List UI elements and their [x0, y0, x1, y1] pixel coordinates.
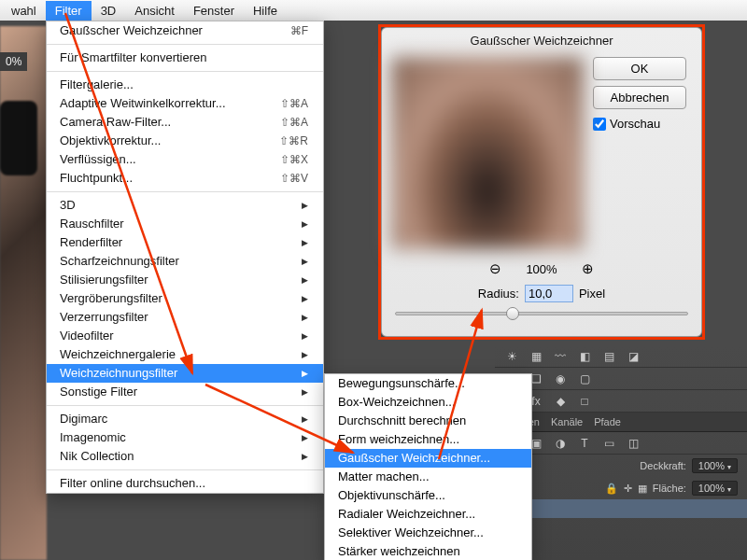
menu-item-noise[interactable]: Rauschfilter: [47, 215, 323, 233]
panel-tabs: Ebenen Kanäle Pfade: [495, 413, 747, 432]
fill-icon[interactable]: ▢: [577, 371, 592, 386]
menu-help[interactable]: Hilfe: [244, 1, 287, 21]
menu-item-distort[interactable]: Verzerrungsfilter: [47, 308, 323, 327]
preview-checkbox-label: Vorschau: [610, 117, 660, 131]
lock-icon[interactable]: 🔒: [605, 483, 618, 495]
cancel-button[interactable]: Abbrechen: [593, 86, 686, 109]
menu-item-cameraraw[interactable]: Camera Raw-Filter...⇧⌘A: [47, 113, 323, 132]
radius-slider[interactable]: [395, 312, 688, 321]
mask-icon[interactable]: ◉: [553, 371, 568, 386]
submenu-lens[interactable]: Objektivunschärfe...: [325, 486, 531, 505]
menu-item-smart[interactable]: Für Smartfilter konvertieren: [47, 49, 323, 67]
zoom-out-icon[interactable]: ⊖: [489, 260, 501, 277]
side-panels: ☀ ▦ 〰 ◧ ▤ ◪ ▣ ❏ ◉ ▢ ⟳ fx ◆ □ Ebenen Kanä…: [495, 345, 747, 560]
opacity-value[interactable]: 100%: [692, 458, 738, 473]
adjust2-icon[interactable]: ◑: [553, 436, 568, 451]
menu-item-liquify[interactable]: Verflüssigen...⇧⌘X: [47, 150, 323, 169]
menu-item-render[interactable]: Renderfilter: [47, 233, 323, 252]
opacity-label: Deckkraft:: [640, 460, 686, 471]
menubar: wahl Filter 3D Ansicht Fenster Hilfe: [0, 0, 747, 21]
menu-window[interactable]: Fenster: [184, 1, 244, 21]
submenu-box[interactable]: Box-Weichzeichnen...: [325, 393, 531, 412]
lockpx-icon[interactable]: ▦: [638, 483, 647, 495]
shape-icon[interactable]: ▭: [601, 436, 616, 451]
menu-item-video[interactable]: Videofilter: [47, 327, 323, 345]
ok-button[interactable]: OK: [593, 57, 686, 80]
submenu-average[interactable]: Durchschnitt berechnen: [325, 412, 531, 430]
menu-item-stylize[interactable]: Stilisierungsfilter: [47, 271, 323, 289]
levels-icon[interactable]: ◪: [626, 349, 641, 364]
fill-label: Fläche:: [653, 483, 686, 494]
diamond-icon[interactable]: ◆: [553, 394, 568, 409]
filter-menu: Gaußscher Weichzeichner⌘F Für Smartfilte…: [46, 21, 324, 494]
menu-item-last-filter[interactable]: Gaußscher Weichzeichner⌘F: [47, 21, 323, 40]
tab-paths[interactable]: Pfade: [594, 416, 621, 427]
map-icon[interactable]: ▤: [601, 349, 616, 364]
menu-item-3d[interactable]: 3D: [47, 196, 323, 215]
submenu-motion[interactable]: Bewegungsunschärfe...: [325, 374, 531, 393]
menu-item-pixelate[interactable]: Vergröberungsfilter: [47, 289, 323, 308]
layer-row[interactable]: ne 1: [495, 499, 747, 518]
submenu-shape[interactable]: Form weichzeichnen...: [325, 430, 531, 449]
menu-item-vanish[interactable]: Fluchtpunkt...⇧⌘V: [47, 169, 323, 188]
menu-item-sharpen[interactable]: Scharfzeichnungsfilter: [47, 252, 323, 271]
radius-unit: Pixel: [579, 287, 605, 301]
blur-preview[interactable]: [391, 57, 584, 249]
preview-checkbox-input[interactable]: [593, 118, 606, 131]
menu-item-other[interactable]: Sonstige Filter: [47, 383, 323, 401]
preview-checkbox[interactable]: Vorschau: [593, 117, 686, 131]
zoom-level-badge: 0%: [0, 52, 27, 71]
blur-submenu: Bewegungsunschärfe... Box-Weichzeichnen.…: [324, 373, 532, 560]
box-icon[interactable]: □: [577, 394, 592, 409]
menu-item-nik[interactable]: Nik Collection: [47, 447, 323, 466]
gaussian-blur-dialog: Gaußscher Weichzeichner OK Abbrechen Vor…: [381, 27, 702, 337]
menu-3d[interactable]: 3D: [92, 1, 126, 21]
submenu-matte[interactable]: Matter machen...: [325, 468, 531, 486]
menu-item-blurgallery[interactable]: Weichzeichnergalerie: [47, 345, 323, 364]
menu-item-adaptive[interactable]: Adaptive Weitwinkelkorrektur...⇧⌘A: [47, 94, 323, 113]
tab-channels[interactable]: Kanäle: [551, 416, 583, 427]
adjust-icon[interactable]: ☀: [504, 349, 519, 364]
menu-item-blur[interactable]: Weichzeichnungsfilter: [47, 364, 323, 383]
menu-item-imagenomic[interactable]: Imagenomic: [47, 428, 323, 447]
text-icon[interactable]: T: [577, 436, 592, 451]
canvas-area: [0, 26, 47, 560]
submenu-more[interactable]: Stärker weichzeichnen: [325, 542, 531, 560]
menu-view[interactable]: Ansicht: [125, 1, 184, 21]
radius-input[interactable]: [525, 285, 573, 302]
menu-item-gallery[interactable]: Filtergalerie...: [47, 76, 323, 94]
lockpos-icon[interactable]: ✛: [624, 483, 632, 495]
grad-icon[interactable]: ◧: [577, 349, 592, 364]
submenu-selective[interactable]: Selektiver Weichzeichner...: [325, 524, 531, 542]
zoom-value: 100%: [526, 262, 557, 276]
curves-icon[interactable]: 〰: [553, 349, 568, 364]
dialog-highlight-box: Gaußscher Weichzeichner OK Abbrechen Vor…: [378, 24, 705, 340]
fill-value[interactable]: 100%: [692, 481, 738, 496]
submenu-radial[interactable]: Radialer Weichzeichner...: [325, 505, 531, 524]
menu-item-browse[interactable]: Filter online durchsuchen...: [47, 474, 323, 493]
slider-track: [395, 312, 688, 315]
histogram-icon[interactable]: ▦: [529, 349, 543, 364]
slider-thumb[interactable]: [506, 307, 519, 320]
smart-icon[interactable]: ◫: [626, 436, 641, 451]
zoom-in-icon[interactable]: ⊕: [582, 260, 594, 277]
submenu-gaussian[interactable]: Gaußscher Weichzeichner...: [325, 449, 531, 468]
menu-select[interactable]: wahl: [2, 1, 46, 21]
menu-item-digimarc[interactable]: Digimarc: [47, 410, 323, 428]
dialog-title: Gaußscher Weichzeichner: [382, 28, 701, 51]
menu-item-lens[interactable]: Objektivkorrektur...⇧⌘R: [47, 132, 323, 150]
radius-label: Radius:: [478, 287, 519, 301]
menu-filter[interactable]: Filter: [46, 1, 92, 21]
